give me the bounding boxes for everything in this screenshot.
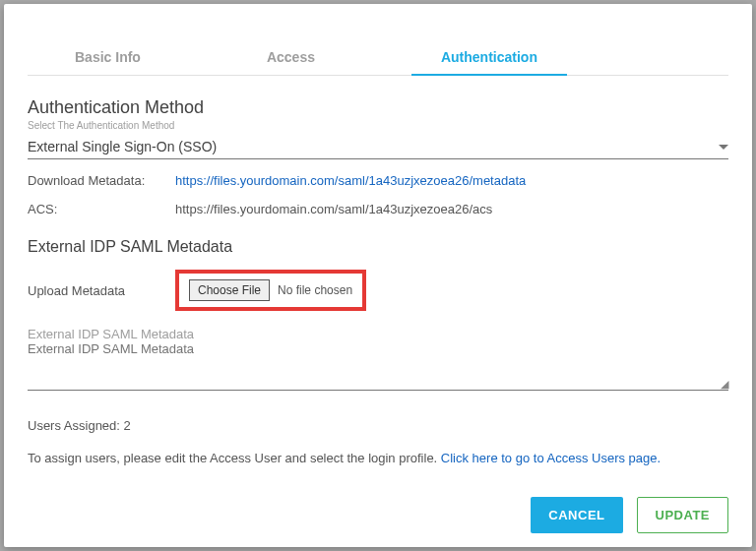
assign-note-text: To assign users, please edit the Access …: [28, 451, 441, 465]
idp-metadata-header: External IDP SAML Metadata: [28, 238, 728, 256]
tab-basic-info[interactable]: Basic Info: [75, 39, 141, 75]
download-metadata-link[interactable]: https://files.yourdomain.com/saml/1a43uz…: [175, 173, 526, 188]
upload-highlight: Choose File No file chosen: [175, 270, 366, 311]
access-users-link[interactable]: Click here to go to Access Users page.: [441, 451, 661, 465]
idp-metadata-textarea[interactable]: [28, 341, 728, 391]
tab-bar: Basic Info Access Authentication: [28, 39, 728, 76]
users-assigned: Users Assigned: 2: [28, 418, 728, 433]
settings-modal: Basic Info Access Authentication Authent…: [4, 4, 752, 547]
auth-method-title: Authentication Method: [28, 97, 728, 118]
assign-users-note: To assign users, please edit the Access …: [28, 451, 728, 465]
auth-method-select[interactable]: External Single Sign-On (SSO): [28, 133, 728, 159]
modal-footer: CANCEL UPDATE: [28, 479, 728, 547]
tab-authentication[interactable]: Authentication: [441, 39, 537, 75]
users-assigned-count: 2: [124, 418, 131, 433]
choose-file-button[interactable]: Choose File: [189, 279, 270, 301]
cancel-button[interactable]: CANCEL: [531, 497, 622, 533]
chevron-down-icon: [719, 145, 728, 150]
users-assigned-label: Users Assigned:: [28, 418, 120, 433]
idp-textarea-placeholder: External IDP SAML Metadata: [28, 327, 728, 341]
auth-method-subtitle: Select The Authentication Method: [28, 120, 728, 131]
tab-access[interactable]: Access: [267, 39, 315, 75]
upload-metadata-label: Upload Metadata: [28, 283, 175, 298]
auth-method-value: External Single Sign-On (SSO): [28, 139, 719, 154]
no-file-chosen-text: No file chosen: [278, 283, 352, 297]
acs-url: https://files.yourdomain.com/saml/1a43uz…: [175, 202, 492, 216]
acs-label: ACS:: [28, 202, 175, 216]
update-button[interactable]: UPDATE: [637, 497, 728, 533]
download-metadata-label: Download Metadata:: [28, 173, 175, 188]
